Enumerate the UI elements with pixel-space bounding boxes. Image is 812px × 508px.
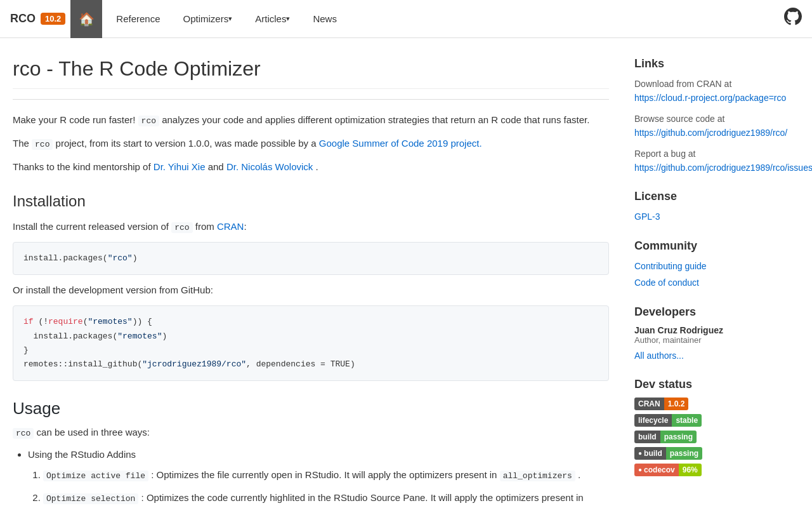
github-icon[interactable]: [784, 8, 802, 30]
build-badge-1-right: passing: [660, 431, 697, 443]
nav-reference[interactable]: Reference: [105, 0, 171, 38]
codecov-badge: ● codecov 96%: [634, 464, 702, 476]
intro1-suffix: analyzes your code and applies different…: [162, 114, 589, 125]
cran-link[interactable]: CRAN: [217, 221, 244, 232]
intro1-prefix: Make your R code run faster!: [13, 114, 135, 125]
nav-optimizers[interactable]: Optimizers: [172, 0, 244, 38]
intro2-code: rco: [32, 139, 53, 150]
sublist-item-1: Optimize active file : Optimizes the fil…: [43, 467, 609, 483]
optimize-selection-code: Optimize selection: [43, 493, 138, 504]
version-badge: 10.2: [41, 13, 65, 25]
report-text: Report a bug at: [634, 147, 799, 161]
contributing-guide-link[interactable]: Contributing guide: [634, 259, 799, 273]
brand-logo[interactable]: RCO 10.2: [10, 12, 65, 25]
license-link[interactable]: GPL-3: [634, 210, 799, 224]
optimize-file-code: Optimize active file: [43, 471, 148, 481]
build-badge-2: ● build passing: [634, 447, 702, 460]
build-icon: ●: [638, 450, 642, 457]
page-content: rco - The R Code Optimizer Make your R c…: [0, 38, 812, 508]
nav-articles[interactable]: Articles: [244, 0, 301, 38]
all-authors-link[interactable]: All authors...: [634, 349, 799, 363]
nav-news[interactable]: News: [301, 0, 348, 38]
community-heading: Community: [634, 239, 799, 253]
build-badge-2-right: passing: [666, 447, 702, 460]
intro3-prefix: Thanks to the kind mentorship of: [13, 161, 151, 172]
code-block-2: if (!require("remotes")) { install.packa…: [13, 305, 609, 380]
dev-status-heading: Dev status: [634, 378, 799, 391]
cran-badge-right: 1.0.2: [664, 398, 689, 410]
cran-badge-row: CRAN 1.0.2: [634, 398, 799, 410]
sublist-item-2: Optimize selection : Optimizes the code …: [43, 490, 609, 508]
list-item: Using the RStudio Addins Optimize active…: [28, 447, 609, 508]
dev-status-section: Dev status CRAN 1.0.2 lifecycle stable b…: [634, 378, 799, 476]
main-content: rco - The R Code Optimizer Make your R c…: [13, 57, 609, 508]
report-link[interactable]: https://github.com/jcrodriguez1989/rco/i…: [634, 161, 799, 175]
optimize-selection-text: : Optimizes the code currently highlited…: [141, 492, 539, 503]
install-text: Install the current released version of …: [13, 219, 609, 235]
navbar: RCO 10.2 🏠 Reference Optimizers Articles…: [0, 0, 812, 38]
code-block-1: install.packages("rco"): [13, 242, 609, 275]
install-prefix: Install the current released version of: [13, 221, 169, 232]
usage-item-1: Using the RStudio Addins: [28, 449, 136, 460]
intro1-code: rco: [138, 116, 159, 126]
download-link[interactable]: https://cloud.r-project.org/package=rco: [634, 91, 799, 105]
codecov-icon: ●: [638, 466, 642, 473]
code-line-1: if (!require("remotes")) {: [23, 315, 598, 329]
browse-link[interactable]: https://github.com/jcrodriguez1989/rco/: [634, 126, 799, 140]
build-badge-row-2: ● build passing: [634, 447, 799, 460]
license-heading: License: [634, 190, 799, 203]
cran-badge: CRAN 1.0.2: [634, 398, 688, 410]
sub-list: Optimize active file : Optimizes the fil…: [43, 467, 609, 508]
intro3-and: and: [208, 161, 224, 172]
optimize-file-text: : Optimizes the file currently open in R…: [151, 469, 497, 480]
download-text: Download from CRAN at: [634, 77, 799, 91]
codecov-badge-row: ● codecov 96%: [634, 464, 799, 476]
intro-paragraph-2: The rco project, from its start to versi…: [13, 136, 609, 152]
lifecycle-badge-row: lifecycle stable: [634, 414, 799, 427]
brand-name: RCO: [10, 12, 36, 25]
codecov-badge-right: 96%: [679, 464, 702, 476]
lifecycle-badge-right: stable: [672, 414, 702, 427]
lifecycle-badge: lifecycle stable: [634, 414, 702, 427]
author1-link[interactable]: Dr. Yihui Xie: [154, 161, 206, 172]
nav-links: Reference Optimizers Articles News: [105, 0, 784, 38]
lifecycle-badge-left: lifecycle: [634, 414, 672, 427]
title-divider: [13, 99, 609, 100]
author2-link[interactable]: Dr. Nicolás Wolovick: [226, 161, 313, 172]
installation-title: Installation: [13, 192, 609, 210]
usage-title: Usage: [13, 399, 609, 418]
code-install: install.packages("rco"): [23, 253, 137, 263]
install-code: rco: [171, 222, 192, 233]
usage-list: Using the RStudio Addins Optimize active…: [28, 447, 609, 508]
links-section: Links Download from CRAN at https://clou…: [634, 57, 799, 175]
developers-heading: Developers: [634, 305, 799, 319]
home-icon: 🏠: [79, 11, 95, 27]
usage-intro: rco can be used in three ways:: [13, 425, 609, 441]
dev-name: Juan Cruz Rodriguez: [634, 325, 799, 335]
usage-code: rco: [13, 428, 34, 439]
intro2-suffix: project, from its start to version 1.0.0…: [56, 138, 317, 149]
browse-text: Browse source code at: [634, 112, 799, 126]
intro3-suffix: .: [315, 161, 318, 172]
gsoc-link[interactable]: Google Summer of Code 2019 project.: [319, 138, 482, 149]
code-line-3: }: [23, 344, 598, 358]
optimize-file-text2: .: [578, 469, 580, 480]
license-section: License GPL-3: [634, 190, 799, 224]
code-line-2: install.packages("remotes"): [23, 330, 598, 344]
usage-text: can be used in three ways:: [37, 427, 150, 438]
all-optimizers-code-1: all_optimizers: [500, 471, 575, 481]
links-heading: Links: [634, 57, 799, 70]
intro-paragraph-3: Thanks to the kind mentorship of Dr. Yih…: [13, 159, 609, 175]
home-button[interactable]: 🏠: [70, 0, 102, 38]
code-of-conduct-link[interactable]: Code of conduct: [634, 276, 799, 290]
install-colon: :: [244, 221, 246, 232]
build-badge-1-left: build: [634, 431, 660, 443]
intro-paragraph-1: Make your R code run faster! rco analyze…: [13, 112, 609, 128]
code-line-4: remotes::install_github("jcrodriguez1989…: [23, 358, 598, 371]
developers-section: Developers Juan Cruz Rodriguez Author, m…: [634, 305, 799, 363]
community-section: Community Contributing guide Code of con…: [634, 239, 799, 290]
build-badge-1: build passing: [634, 431, 697, 443]
dev-install-text: Or install the development version from …: [13, 283, 609, 298]
page-title: rco - The R Code Optimizer: [13, 57, 609, 89]
codecov-badge-left: ● codecov: [634, 464, 679, 476]
